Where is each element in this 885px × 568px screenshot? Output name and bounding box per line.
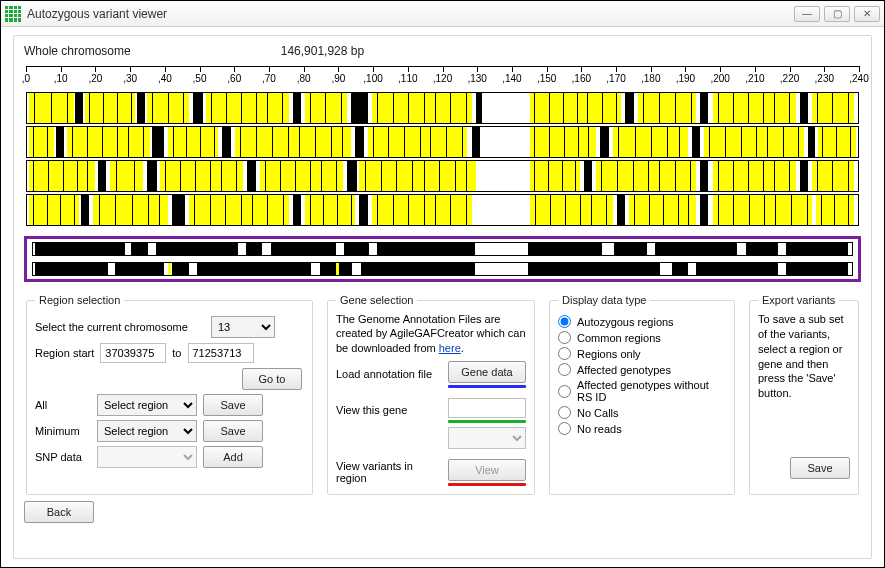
ruler-tick-label: ,30 xyxy=(123,73,137,84)
add-snp-button[interactable]: Add xyxy=(203,446,263,468)
save-all-button[interactable]: Save xyxy=(203,394,263,416)
selection-box[interactable] xyxy=(24,236,861,282)
view-variants-label: View variants in region xyxy=(336,460,440,484)
ruler-tick-label: ,120 xyxy=(433,73,452,84)
region-selection-panel: Region selection Select the current chro… xyxy=(26,294,313,495)
sample-track[interactable] xyxy=(26,160,859,192)
position-ruler: ,0,10,20,30,40,50,60,70,80,90,100,110,12… xyxy=(26,66,859,86)
display-radio[interactable] xyxy=(558,363,571,376)
ruler-tick-label: ,110 xyxy=(398,73,417,84)
window-title: Autozygous variant viewer xyxy=(27,7,167,21)
blue-underline xyxy=(448,385,526,388)
snp-data-label: SNP data xyxy=(35,451,91,463)
minimize-button[interactable]: — xyxy=(794,6,820,22)
minimum-label: Minimum xyxy=(35,425,91,437)
display-type-panel: Display data type Autozygous regionsComm… xyxy=(549,294,735,495)
snp-data-select[interactable] xyxy=(97,446,197,468)
download-link[interactable]: here xyxy=(439,342,461,354)
region-legend: Region selection xyxy=(35,294,124,306)
view-gene-input[interactable] xyxy=(448,398,526,418)
display-radio-label: No Calls xyxy=(577,407,619,419)
gene-combo[interactable] xyxy=(448,427,526,449)
display-radio-label: No reads xyxy=(577,423,622,435)
ruler-tick-label: ,150 xyxy=(537,73,556,84)
sample-track[interactable] xyxy=(26,126,859,158)
display-radio[interactable] xyxy=(558,385,571,398)
export-legend: Export variants xyxy=(758,294,839,306)
ruler-tick-label: ,170 xyxy=(606,73,625,84)
minimum-region-select[interactable]: Select region xyxy=(97,420,197,442)
ruler-tick-label: ,140 xyxy=(502,73,521,84)
all-label: All xyxy=(35,399,91,411)
ruler-tick-label: ,160 xyxy=(572,73,591,84)
close-button[interactable]: ✕ xyxy=(854,6,880,22)
ruler-tick-label: ,10 xyxy=(54,73,68,84)
maximize-button[interactable]: ▢ xyxy=(824,6,850,22)
display-radio-label: Affected genotypes without RS ID xyxy=(577,379,726,403)
display-legend: Display data type xyxy=(558,294,650,306)
summary-tracks[interactable] xyxy=(32,242,853,276)
ruler-tick-label: ,180 xyxy=(641,73,660,84)
view-gene-label: View this gene xyxy=(336,404,440,416)
view-variants-button[interactable]: View xyxy=(448,459,526,481)
region-end-input[interactable] xyxy=(188,343,254,363)
ruler-tick-label: ,200 xyxy=(710,73,729,84)
sample-track[interactable] xyxy=(26,92,859,124)
display-radio[interactable] xyxy=(558,347,571,360)
export-panel: Export variants To save a sub set of the… xyxy=(749,294,859,495)
ruler-tick-label: ,240 xyxy=(849,73,868,84)
ruler-tick-label: ,130 xyxy=(467,73,486,84)
save-minimum-button[interactable]: Save xyxy=(203,420,263,442)
all-region-select[interactable]: Select region xyxy=(97,394,197,416)
load-annotation-label: Load annotation file xyxy=(336,368,440,380)
sample-tracks[interactable] xyxy=(26,92,859,226)
ruler-tick-label: ,50 xyxy=(193,73,207,84)
display-radio[interactable] xyxy=(558,422,571,435)
gene-legend: Gene selection xyxy=(336,294,417,306)
ruler-tick-label: ,20 xyxy=(88,73,102,84)
ruler-tick-label: ,220 xyxy=(780,73,799,84)
sample-track[interactable] xyxy=(26,194,859,226)
chromosome-select-label: Select the current chromosome xyxy=(35,321,205,333)
region-start-input[interactable] xyxy=(100,343,166,363)
region-to-label: to xyxy=(172,347,181,359)
gene-selection-panel: Gene selection The Genome Annotation Fil… xyxy=(327,294,535,495)
export-save-button[interactable]: Save xyxy=(790,457,850,479)
ruler-tick-label: ,90 xyxy=(331,73,345,84)
export-description: To save a sub set of the variants, selec… xyxy=(758,312,850,401)
display-radio-label: Affected genotypes xyxy=(577,364,671,376)
ruler-tick-label: ,60 xyxy=(227,73,241,84)
ruler-tick-label: ,0 xyxy=(22,73,30,84)
titlebar: Autozygous variant viewer — ▢ ✕ xyxy=(1,1,884,27)
display-radio[interactable] xyxy=(558,406,571,419)
summary-track[interactable] xyxy=(32,262,853,276)
app-icon xyxy=(5,6,21,22)
region-start-label: Region start xyxy=(35,347,94,359)
back-button[interactable]: Back xyxy=(24,501,94,523)
display-radio-label: Common regions xyxy=(577,332,661,344)
chromosome-label: Whole chromosome xyxy=(24,44,131,58)
ruler-tick-label: ,230 xyxy=(815,73,834,84)
red-underline xyxy=(448,483,526,486)
chromosome-length: 146,901,928 bp xyxy=(281,44,364,58)
main-panel: Whole chromosome 146,901,928 bp ,0,10,20… xyxy=(13,35,872,559)
ruler-tick-label: ,100 xyxy=(363,73,382,84)
goto-button[interactable]: Go to xyxy=(242,368,302,390)
gene-data-button[interactable]: Gene data xyxy=(448,361,526,383)
display-radio-label: Regions only xyxy=(577,348,641,360)
gene-description: The Genome Annotation Files are created … xyxy=(336,312,526,355)
summary-track[interactable] xyxy=(32,242,853,256)
green-underline xyxy=(448,420,526,423)
ruler-tick-label: ,80 xyxy=(297,73,311,84)
chromosome-select[interactable]: 13 xyxy=(211,316,275,338)
ruler-tick-label: ,210 xyxy=(745,73,764,84)
ruler-tick-label: ,190 xyxy=(676,73,695,84)
display-radio[interactable] xyxy=(558,331,571,344)
ruler-tick-label: ,70 xyxy=(262,73,276,84)
ruler-tick-label: ,40 xyxy=(158,73,172,84)
display-radio-label: Autozygous regions xyxy=(577,316,674,328)
display-radio[interactable] xyxy=(558,315,571,328)
